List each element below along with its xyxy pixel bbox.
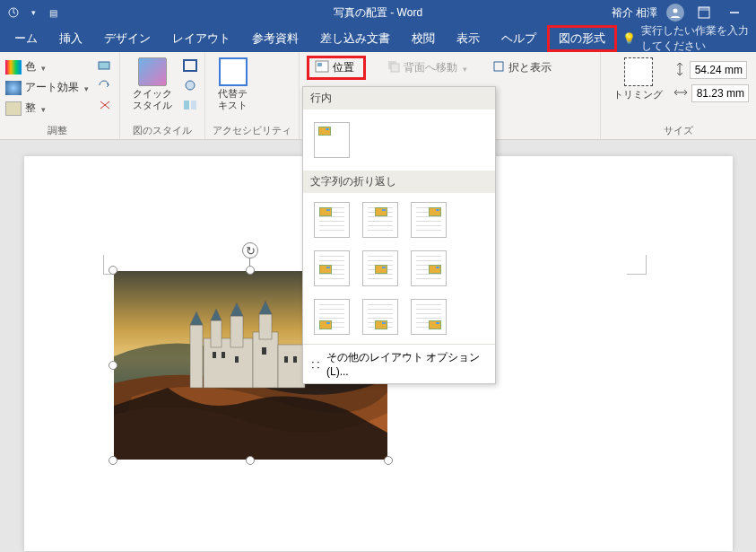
alt-text-button[interactable]: 代替テ キスト (213, 56, 253, 113)
lightbulb-icon: 💡 (622, 32, 636, 45)
svg-rect-11 (317, 63, 322, 66)
svg-rect-6 (184, 60, 196, 71)
qat-dropdown-icon[interactable]: ▾ (27, 6, 39, 19)
change-pic-icon[interactable] (98, 79, 112, 95)
handle-l[interactable] (109, 361, 117, 370)
pos-top-left[interactable] (314, 202, 350, 238)
svg-rect-31 (262, 347, 266, 355)
svg-point-7 (186, 81, 195, 90)
autosave-icon[interactable] (7, 6, 20, 19)
reset-pic-icon[interactable] (98, 99, 112, 115)
svg-rect-24 (253, 332, 278, 388)
width-row (673, 84, 749, 102)
svg-rect-3 (699, 7, 709, 11)
quick-styles-button[interactable]: クイック スタイル (127, 56, 178, 113)
svg-rect-33 (293, 356, 297, 363)
more-layout-options[interactable]: ⸬ その他のレイアウト オプション(L)... (303, 344, 495, 383)
handle-tl[interactable] (109, 266, 117, 275)
selection-icon (492, 60, 505, 75)
group-styles-label: 図のスタイル (127, 122, 197, 137)
send-back-label: 背面へ移動 (404, 60, 457, 75)
tab-view[interactable]: 表示 (446, 25, 491, 52)
svg-rect-20 (211, 320, 222, 347)
handle-bl[interactable] (109, 456, 117, 465)
minimize-icon[interactable] (724, 2, 745, 23)
tab-layout[interactable]: レイアウト (161, 25, 241, 52)
group-size: トリミング サイズ (601, 52, 756, 139)
rotate-handle[interactable] (242, 242, 258, 258)
art-icon (5, 81, 22, 95)
width-icon (673, 86, 688, 101)
pos-inline[interactable] (314, 122, 350, 158)
position-label: 位置 (333, 60, 354, 75)
corrections-button[interactable]: 整 (2, 99, 92, 118)
send-back-icon (387, 60, 400, 75)
width-input[interactable] (691, 84, 749, 102)
tab-help[interactable]: ヘルプ (491, 25, 547, 52)
group-size-label: サイズ (608, 122, 749, 137)
pos-middle-center[interactable] (362, 250, 398, 286)
group-picture-styles: クイック スタイル 図のスタイル (120, 52, 205, 139)
handle-br[interactable] (384, 456, 393, 465)
pic-layout-icon[interactable] (183, 99, 197, 115)
crop-icon (624, 57, 653, 86)
tab-review[interactable]: 校閲 (401, 25, 446, 52)
svg-rect-30 (235, 356, 239, 363)
color-button[interactable]: 色 (2, 57, 92, 76)
pos-bottom-right[interactable] (411, 299, 447, 335)
selection-pane-button[interactable]: 択と表示 (489, 58, 555, 77)
svg-rect-22 (230, 316, 243, 347)
pos-middle-left[interactable] (314, 250, 350, 286)
more-options-icon: ⸬ (312, 358, 319, 371)
menu-header-wrap: 文字列の折り返し (303, 171, 495, 193)
handle-t[interactable] (246, 266, 255, 275)
tab-design[interactable]: デザイン (93, 25, 161, 52)
pos-middle-right[interactable] (411, 250, 447, 286)
document-title: 写真の配置 - Word (334, 5, 422, 21)
handle-b[interactable] (246, 456, 255, 465)
position-button[interactable]: 位置 (307, 56, 366, 80)
position-icon (315, 60, 329, 75)
height-icon (673, 62, 686, 79)
position-menu: 行内 文字列の折り返し ⸬ その他のレイアウト オプション(L)... (302, 86, 496, 384)
pos-top-center[interactable] (362, 202, 398, 238)
tell-me[interactable]: 💡 実行したい作業を入力してください (622, 23, 756, 54)
alt-text-label: 代替テ キスト (218, 88, 248, 111)
ribbon-tabs: ーム 挿入 デザイン レイアウト 参考資料 差し込み文書 校閲 表示 ヘルプ 図… (0, 25, 756, 52)
pic-effects-icon[interactable] (183, 79, 197, 95)
tab-picture-format[interactable]: 図の形式 (547, 25, 617, 52)
fix-icon (5, 101, 22, 116)
group-acc-label: アクセシビリティ (213, 122, 291, 137)
height-row (673, 61, 749, 79)
tell-me-label: 実行したい作業を入力してください (641, 23, 756, 54)
pos-bottom-left[interactable] (314, 299, 350, 335)
tab-mailings[interactable]: 差し込み文書 (309, 25, 401, 52)
svg-rect-9 (191, 101, 196, 110)
svg-rect-13 (391, 64, 399, 72)
ribbon-options-icon[interactable] (693, 2, 715, 23)
send-backward-button: 背面へ移動 (384, 58, 471, 77)
artistic-effects-button[interactable]: アート効果 (2, 78, 92, 97)
tab-home[interactable]: ーム (4, 25, 48, 52)
svg-rect-17 (190, 325, 203, 388)
quick-styles-icon (138, 57, 167, 86)
svg-rect-25 (259, 314, 272, 339)
svg-rect-28 (213, 352, 216, 358)
pic-border-icon[interactable] (183, 59, 197, 75)
title-bar: ▾ ▤ 写真の配置 - Word 裕介 相澤 (0, 0, 756, 25)
crop-button[interactable]: トリミング (608, 56, 668, 103)
pos-bottom-center[interactable] (362, 299, 398, 335)
tab-references[interactable]: 参考資料 (241, 25, 309, 52)
menu-header-inline: 行内 (303, 87, 495, 110)
tab-insert[interactable]: 挿入 (48, 25, 93, 52)
group-adjust-label: 調整 (2, 122, 112, 137)
pos-top-right[interactable] (411, 202, 447, 238)
qat-overflow-icon[interactable]: ▤ (47, 6, 59, 19)
fix-label: 整 (25, 101, 36, 116)
group-adjust: 色 アート効果 整 調整 (0, 52, 120, 139)
height-input[interactable] (690, 61, 747, 79)
quick-styles-label: クイック スタイル (133, 88, 172, 111)
user-avatar[interactable] (666, 4, 684, 22)
compress-icon[interactable] (98, 59, 112, 75)
selection-label: 択と表示 (508, 60, 552, 75)
